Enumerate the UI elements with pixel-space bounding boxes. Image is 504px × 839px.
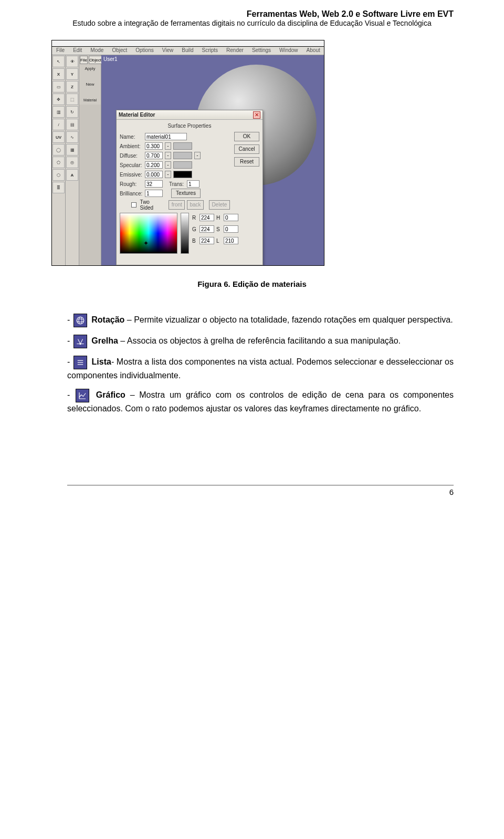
hue-saturation-box[interactable]: ✦ <box>120 213 177 254</box>
tool-a[interactable]: A <box>66 169 78 181</box>
input-specular[interactable] <box>145 161 163 169</box>
panel-apply[interactable]: Apply <box>79 65 101 73</box>
cancel-button[interactable]: Cancel <box>234 144 259 154</box>
panel-new[interactable]: New <box>79 80 101 89</box>
tool-eye[interactable]: 👁 <box>66 56 78 67</box>
tool-uv[interactable]: UV <box>52 131 65 143</box>
close-icon[interactable]: ✕ <box>253 111 260 119</box>
input-name[interactable] <box>145 133 187 140</box>
dash: - <box>67 336 72 345</box>
label-rough: Rough: <box>120 181 143 187</box>
tool-curve[interactable]: ∿ <box>66 131 78 143</box>
menu-options[interactable]: Options <box>131 47 158 55</box>
document-body: Figura 6. Edição de materiais - Rotação … <box>0 266 504 443</box>
input-r[interactable] <box>200 214 214 221</box>
panel-spacer <box>79 105 101 265</box>
spinner-ambient[interactable]: - <box>165 142 171 150</box>
tool-x[interactable]: X <box>52 68 65 80</box>
input-rough[interactable] <box>145 180 163 188</box>
tool-scale2[interactable]: ▤ <box>66 119 78 130</box>
text-grelha: – Associa os objectos à grelha de referê… <box>118 336 401 345</box>
menu-render[interactable]: Render <box>222 47 248 55</box>
label-r: R <box>192 215 197 221</box>
value-slider[interactable] <box>181 213 189 254</box>
label-s: S <box>216 226 222 232</box>
tool-sphere[interactable]: ◯ <box>52 144 65 156</box>
tool-z[interactable]: Z <box>66 81 78 92</box>
tool-list[interactable]: ≣ <box>52 182 65 193</box>
dialog-titlebar[interactable]: Material Editor ✕ <box>117 110 262 120</box>
label-l: L <box>216 238 222 244</box>
material-editor-dialog: Material Editor ✕ Surface Properties Nam… <box>116 110 263 265</box>
input-l[interactable] <box>224 237 238 244</box>
spinner-specular[interactable]: - <box>165 161 171 169</box>
app-window: File Edit Mode Object Options View Build… <box>51 40 324 266</box>
input-emissive[interactable] <box>145 171 163 178</box>
ok-button[interactable]: OK <box>234 132 259 141</box>
label-brilliance: Brilliance: <box>120 191 143 196</box>
page-footer: 6 <box>67 485 454 496</box>
delete-button: Delete <box>209 200 230 210</box>
swatch-emissive[interactable] <box>173 171 192 178</box>
tool-hex[interactable]: ⬡ <box>52 169 65 181</box>
tool-y[interactable]: Y <box>66 68 78 80</box>
swatch-diffuse[interactable] <box>173 152 192 159</box>
menu-mode[interactable]: Mode <box>86 47 108 55</box>
input-trans[interactable] <box>187 180 200 188</box>
dash: - <box>67 357 72 366</box>
input-ambient[interactable] <box>145 142 163 150</box>
menu-settings[interactable]: Settings <box>248 47 275 55</box>
dialog-subtitle: Surface Properties <box>120 123 259 129</box>
menu-window[interactable]: Window <box>275 47 302 55</box>
term-grafico: Gráfico <box>96 390 125 399</box>
input-g[interactable] <box>200 225 214 233</box>
label-name: Name: <box>120 134 143 140</box>
tool-pointer[interactable]: ↖ <box>52 56 65 67</box>
input-h[interactable] <box>224 214 238 221</box>
panel-tab-file[interactable]: File <box>80 56 88 64</box>
panel-tab-object[interactable]: Object <box>89 56 102 64</box>
tool-grid[interactable]: ▦ <box>66 144 78 156</box>
checkbox-two-sided[interactable] <box>131 202 136 208</box>
menu-object[interactable]: Object <box>108 47 131 55</box>
doc-title: Ferramentas Web, Web 2.0 e Software Livr… <box>50 9 454 19</box>
swatch-ambient[interactable] <box>173 142 192 150</box>
app-menubar: File Edit Mode Object Options View Build… <box>52 47 324 55</box>
menu-file[interactable]: File <box>52 47 69 55</box>
menu-build[interactable]: Build <box>177 47 197 55</box>
reset-button[interactable]: Reset <box>234 157 259 167</box>
spinner-diffuse[interactable]: - <box>165 152 171 159</box>
input-s[interactable] <box>224 225 238 233</box>
spinner-emissive[interactable]: - <box>165 171 171 178</box>
menu-scripts[interactable]: Scripts <box>198 47 223 55</box>
tool-poly[interactable]: ⬠ <box>52 157 65 168</box>
tool-select[interactable]: ▭ <box>52 81 65 92</box>
tool-move[interactable]: ✥ <box>52 94 65 105</box>
tool-marquee[interactable]: ⬚ <box>66 94 78 105</box>
svg-point-3 <box>80 343 81 344</box>
figure-caption: Figura 6. Edição de materiais <box>50 279 454 288</box>
dash: - <box>67 390 75 399</box>
color-picker: ✦ R H G S B L <box>120 213 259 254</box>
menu-about[interactable]: About <box>302 47 324 55</box>
toolbar-col-a: ↖ X ▭ ✥ ▥ / UV ◯ ⬠ ⬡ ≣ <box>52 55 66 265</box>
bullet-grelha: - Grelha – Associa os objectos à grelha … <box>67 335 454 348</box>
tool-rotate[interactable]: ↻ <box>66 106 78 118</box>
tool-scale1[interactable]: ▥ <box>52 106 65 118</box>
label-trans: Trans: <box>169 181 185 187</box>
menu-view[interactable]: View <box>158 47 178 55</box>
component-list-icon <box>74 356 87 369</box>
input-brilliance[interactable] <box>145 190 163 197</box>
link-ambient-diffuse[interactable]: - <box>194 152 201 159</box>
doc-header: Ferramentas Web, Web 2.0 e Software Livr… <box>0 0 504 30</box>
tool-ring[interactable]: ◎ <box>66 157 78 168</box>
figure-6: File Edit Mode Object Options View Build… <box>0 30 504 266</box>
input-diffuse[interactable] <box>145 152 163 159</box>
tool-line[interactable]: / <box>52 119 65 130</box>
textures-button[interactable]: Textures <box>171 189 201 198</box>
toolbar-col-b: 👁 Y Z ⬚ ↻ ▤ ∿ ▦ ◎ A <box>66 55 79 265</box>
app-titlebar <box>52 40 324 47</box>
input-b[interactable] <box>200 237 214 244</box>
swatch-specular[interactable] <box>173 161 192 169</box>
menu-edit[interactable]: Edit <box>69 47 86 55</box>
